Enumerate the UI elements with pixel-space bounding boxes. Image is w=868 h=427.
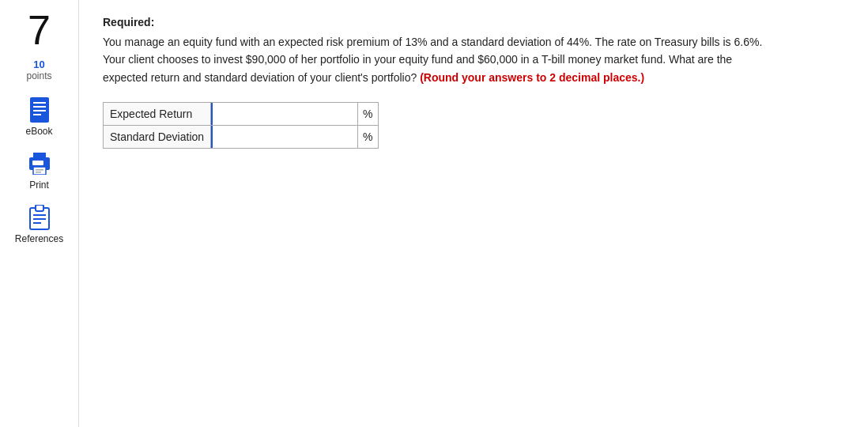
svg-rect-3 [33, 110, 46, 111]
std-dev-input-cell [211, 126, 358, 149]
question-text-line1: You manage an equity fund with an expect… [103, 36, 762, 48]
question-text-line3: expected return and standard deviation o… [103, 71, 417, 84]
svg-rect-15 [33, 222, 41, 224]
question-text-line2: Your client chooses to invest $90,000 of… [103, 53, 732, 66]
svg-rect-8 [33, 167, 46, 175]
sidebar-item-print[interactable]: Print [27, 151, 52, 191]
question-text: You manage an equity fund with an expect… [103, 33, 814, 86]
highlight-text: (Round your answers to 2 decimal places.… [420, 71, 644, 84]
print-label: Print [29, 179, 49, 191]
sidebar-item-ebook[interactable]: eBook [25, 97, 52, 137]
table-row: Standard Deviation % [104, 126, 379, 149]
points-label: points [26, 70, 51, 81]
expected-return-unit: % [358, 103, 378, 126]
svg-rect-9 [36, 169, 43, 171]
points-value: 10 [33, 59, 44, 70]
std-dev-input[interactable] [211, 126, 357, 148]
main-content: Required: You manage an equity fund with… [79, 0, 868, 427]
expected-return-label: Expected Return [104, 103, 211, 126]
svg-rect-2 [33, 106, 46, 108]
question-number: 7 [28, 9, 51, 51]
answer-table: Expected Return % Standard Deviation % [103, 102, 379, 149]
table-row: Expected Return % [104, 103, 379, 126]
svg-rect-5 [33, 153, 46, 158]
expected-return-input-cell [211, 103, 358, 126]
print-icon [27, 151, 52, 176]
ebook-icon [27, 97, 52, 123]
sidebar-item-references[interactable]: References [15, 205, 63, 244]
svg-rect-14 [33, 218, 46, 220]
references-icon [27, 205, 52, 230]
svg-rect-13 [33, 214, 46, 216]
std-dev-unit: % [358, 126, 378, 149]
svg-rect-4 [33, 114, 41, 115]
svg-rect-7 [32, 161, 43, 165]
svg-rect-10 [36, 172, 41, 173]
svg-rect-12 [36, 205, 43, 211]
references-label: References [15, 233, 63, 244]
std-dev-label: Standard Deviation [104, 126, 211, 149]
expected-return-input[interactable] [211, 103, 357, 125]
ebook-label: eBook [25, 126, 52, 137]
sidebar: 7 10 points eBook [0, 0, 79, 427]
svg-rect-1 [33, 102, 46, 104]
required-label: Required: [103, 16, 844, 28]
